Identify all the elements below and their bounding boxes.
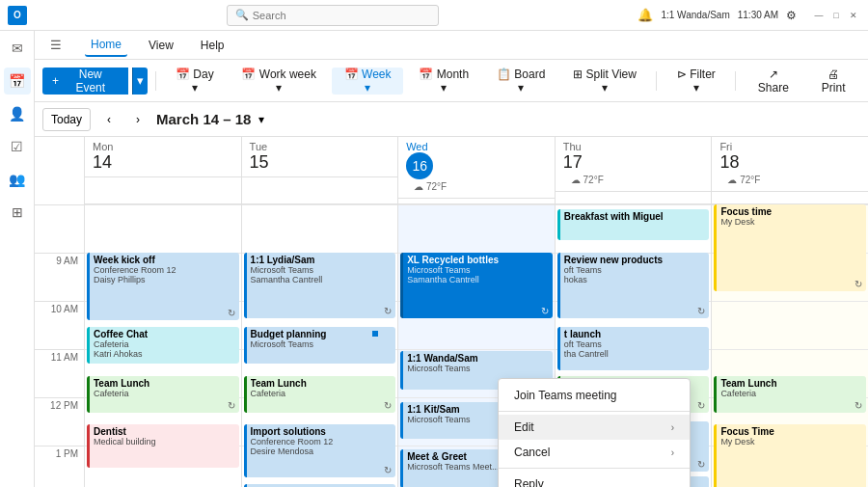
- new-event-dropdown[interactable]: ▾: [132, 68, 148, 95]
- event-subtitle: My Desk: [720, 437, 862, 446]
- nav-apps-icon[interactable]: ⊞: [4, 199, 31, 226]
- day-name-fri: Fri: [719, 141, 860, 152]
- event-title: Focus Time: [720, 426, 862, 437]
- context-menu-item-reply[interactable]: Reply: [499, 472, 690, 487]
- context-menu-item-join-teams[interactable]: Join Teams meeting: [499, 383, 690, 408]
- event-subtitle: Microsoft Teams: [251, 265, 393, 275]
- event-sync-icon: ↻: [228, 308, 235, 318]
- event-coffee-chat[interactable]: Coffee Chat Cafeteria Katri Ahokas: [87, 327, 239, 364]
- events-col-tue: 1:1 Lydia/Sam Microsoft Teams Samantha C…: [242, 204, 399, 487]
- day-col-tue: Tue 15: [242, 137, 399, 203]
- date-range-label: March 14 – 18: [156, 111, 251, 127]
- hamburger-icon[interactable]: ☰: [42, 32, 69, 59]
- next-week-button[interactable]: ›: [127, 109, 149, 130]
- nav-people-icon[interactable]: 👤: [4, 100, 31, 127]
- event-breakfast-miguel[interactable]: Breakfast with Miguel: [557, 209, 710, 240]
- nav-calendar-icon active[interactable]: 📅: [4, 68, 31, 95]
- minimize-button[interactable]: —: [812, 9, 826, 22]
- view-workweek-button[interactable]: 📅 Work week ▾: [230, 68, 328, 95]
- event-focus-time-1[interactable]: Focus time My Desk ↻: [714, 204, 866, 291]
- hour-line-9: [85, 204, 241, 205]
- day-col-wed: Wed 16 ☁ 72°F: [398, 137, 556, 203]
- prev-week-button[interactable]: ‹: [98, 109, 120, 130]
- event-title: Team Lunch: [251, 378, 393, 389]
- search-icon: 🔍: [235, 9, 249, 21]
- share-button[interactable]: ↗ Share: [744, 68, 802, 95]
- events-col-fri: Focus time My Desk ↻ Team Lunch Cafeteri…: [712, 204, 868, 487]
- close-button[interactable]: ✕: [847, 9, 860, 22]
- maximize-button[interactable]: □: [829, 9, 843, 22]
- time-slots: 9 AM 10 AM 11 AM 12 PM 1 PM 2 PM: [35, 137, 85, 487]
- event-team-lunch-fri[interactable]: Team Lunch Cafeteria ↻: [714, 376, 866, 413]
- today-button[interactable]: Today: [42, 108, 91, 131]
- view-board-button[interactable]: 📋 Board ▾: [485, 68, 557, 95]
- event-review-new-products[interactable]: Review new products oft Teams hokas ↻: [557, 253, 710, 318]
- submenu-arrow-icon: ›: [671, 422, 674, 433]
- event-team-lunch-mon[interactable]: Team Lunch Cafeteria ↻: [87, 376, 239, 413]
- context-menu-item-edit[interactable]: Edit ›: [499, 415, 690, 440]
- event-subtitle2: Desire Mendosa: [251, 446, 393, 456]
- view-week-button[interactable]: 📅 Week ▾: [332, 68, 403, 95]
- hour-line: [398, 349, 555, 350]
- toolbar-separator-2: [656, 71, 657, 91]
- split-view-button[interactable]: ⊞ Split View ▾: [561, 68, 649, 95]
- menu-view[interactable]: View: [143, 35, 179, 56]
- title-bar-search: 🔍: [27, 5, 637, 26]
- view-day-button[interactable]: 📅 Day ▾: [164, 68, 227, 95]
- notification-icon[interactable]: 🔔: [637, 8, 653, 22]
- event-sync-icon: ↻: [228, 400, 235, 411]
- event-t-launch[interactable]: t launch oft Teams tha Cantrell: [557, 327, 710, 370]
- search-box[interactable]: 🔍: [227, 5, 439, 26]
- time-label-8am: [35, 204, 84, 253]
- event-subtitle: Microsoft Teams: [251, 339, 393, 349]
- day-name-mon: Mon: [93, 141, 233, 152]
- toolbar: + New Event ▾ 📅 Day ▾ 📅 Work week ▾ 📅 We…: [35, 60, 868, 102]
- time-label-10am: 10 AM: [35, 301, 84, 349]
- menu-home[interactable]: Home: [85, 34, 127, 57]
- search-input[interactable]: [253, 10, 426, 21]
- event-dentist[interactable]: Dentist Medical building: [87, 424, 239, 468]
- menu-help[interactable]: Help: [195, 35, 231, 56]
- day-num-thu: 17: [563, 152, 704, 173]
- event-subtitle: Cafeteria: [94, 339, 235, 349]
- event-subtitle: Microsoft Teams: [407, 364, 549, 373]
- main-content: ☰ Home View Help + New Event ▾ 📅 Day ▾ 📅…: [35, 31, 868, 487]
- nav-teams-icon[interactable]: 👥: [4, 166, 31, 193]
- event-title: Dentist: [94, 426, 235, 437]
- calendar-grid: 9 AM 10 AM 11 AM 12 PM 1 PM 2 PM Mon 14: [35, 137, 868, 487]
- nav-email-icon[interactable]: ✉: [4, 35, 31, 62]
- event-import-solutions[interactable]: Import solutions Conference Room 12 Desi…: [244, 424, 396, 477]
- context-menu-separator: [499, 468, 690, 469]
- event-week-kickoff[interactable]: Week kick off Conference Room 12 Daisy P…: [87, 253, 239, 320]
- filter-button[interactable]: ⊳ Filter ▾: [665, 68, 727, 95]
- event-lydia-sam[interactable]: 1:1 Lydia/Sam Microsoft Teams Samantha C…: [244, 253, 396, 318]
- hour-line: [398, 204, 555, 205]
- nav-todo-icon[interactable]: ☑: [4, 133, 31, 160]
- app-container: ✉ 📅 👤 ☑ 👥 ⊞ ☰ Home View Help + New Event…: [0, 31, 868, 487]
- menu-bar: ☰ Home View Help: [35, 31, 868, 60]
- day-header-wed: Wed 16 ☁ 72°F: [398, 137, 555, 198]
- new-event-button[interactable]: + New Event: [42, 68, 128, 95]
- event-title: 1:1 Lydia/Sam: [251, 255, 393, 265]
- event-sync-icon: ↻: [384, 400, 392, 411]
- event-budget-planning[interactable]: Budget planning Microsoft Teams: [244, 327, 396, 364]
- day-num-mon: 14: [93, 152, 233, 173]
- event-subtitle: Cafeteria: [251, 389, 393, 398]
- view-month-button[interactable]: 📅 Month ▾: [407, 68, 481, 95]
- context-menu-item-cancel[interactable]: Cancel ›: [499, 440, 690, 465]
- date-range-chevron[interactable]: ▾: [258, 113, 264, 126]
- all-day-wed: [398, 198, 555, 203]
- title-bar-left: O: [8, 6, 27, 25]
- weather-fri: ☁ 72°F: [719, 173, 860, 187]
- event-title: Week kick off: [94, 255, 235, 265]
- event-team-lunch-tue[interactable]: Team Lunch Cafeteria ↻: [244, 376, 396, 413]
- plus-icon: +: [52, 74, 59, 88]
- event-title: XL Recycled bottles: [407, 255, 549, 265]
- day-header-tue: Tue 15: [242, 137, 398, 176]
- event-focus-time-2[interactable]: Focus Time My Desk ↻: [714, 424, 866, 487]
- event-xl-recycled[interactable]: XL Recycled bottles Microsoft Teams Sama…: [400, 253, 553, 318]
- event-title: 1:1 Wanda/Sam: [407, 353, 549, 364]
- print-button[interactable]: 🖨 Print: [806, 68, 860, 95]
- settings-icon[interactable]: ⚙: [786, 9, 797, 22]
- context-menu: Join Teams meeting Edit › Cancel › Reply…: [498, 378, 691, 487]
